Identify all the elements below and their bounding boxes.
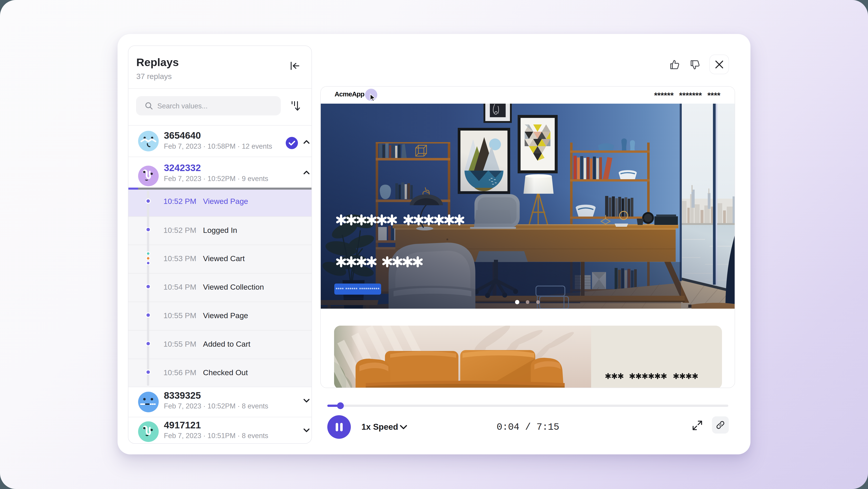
svg-text:**** ****** **********: **** ****** ********** bbox=[336, 286, 379, 292]
